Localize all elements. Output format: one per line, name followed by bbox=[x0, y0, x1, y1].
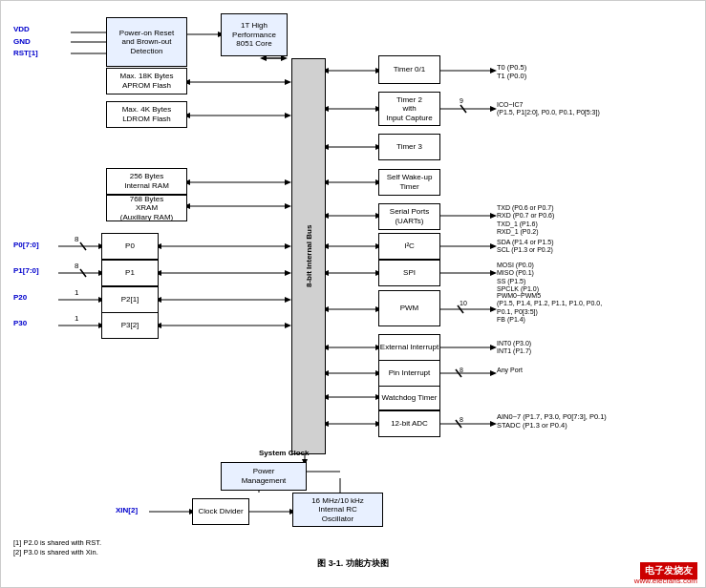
footnote2: [2] P3.0 is shared with Xin. bbox=[13, 548, 98, 556]
pinint-num-label: 8 bbox=[460, 367, 463, 374]
adc-out-label: AIN0~7 (P1.7, P3.0, P0[7:3], P0.1)STADC … bbox=[497, 412, 700, 430]
svg-marker-98 bbox=[490, 421, 497, 427]
p3-block: P3[2] bbox=[101, 312, 159, 339]
svg-line-82 bbox=[460, 105, 466, 113]
svg-line-25 bbox=[80, 242, 86, 250]
timer01-out-label: T0 (P0.5)T1 (P0.0) bbox=[497, 63, 526, 80]
page: VDD GND RST[1] Power-on Resetand Brown-o… bbox=[0, 0, 706, 588]
bus-block: 8-bit Internal Bus bbox=[291, 58, 326, 454]
pinint-block: Pin Interrupt bbox=[378, 360, 440, 387]
serial-block: Serial Ports(UARTs) bbox=[378, 203, 440, 230]
p1-width-label: 8 bbox=[75, 262, 78, 271]
p20-label: P20 bbox=[13, 293, 27, 303]
extint-block: External Interrupt bbox=[378, 334, 440, 361]
selfwakeup-block: Self Wake-upTimer bbox=[378, 169, 440, 196]
rst-label: RST[1] bbox=[13, 49, 38, 58]
svg-marker-81 bbox=[490, 106, 497, 112]
svg-marker-90 bbox=[490, 306, 497, 312]
svg-marker-95 bbox=[490, 370, 497, 376]
clock-divider-block: Clock Divider bbox=[192, 498, 249, 525]
pwm-block: PWM bbox=[378, 290, 440, 326]
power-mgmt-block: PowerManagement bbox=[221, 462, 307, 491]
svg-marker-86 bbox=[490, 243, 497, 249]
timer2-block: Timer 2withInput Capture bbox=[378, 92, 440, 126]
p0-bus-label: P0[7:0] bbox=[13, 241, 39, 250]
watchdog-block: Watchdog Timer bbox=[378, 386, 440, 410]
svg-marker-21 bbox=[285, 243, 291, 249]
p30-width-label: 1 bbox=[75, 314, 78, 324]
svg-marker-93 bbox=[490, 345, 497, 350]
power-reset-block: Power-on Resetand Brown-outDetection bbox=[106, 17, 187, 67]
p1-bus-label: P1[7:0] bbox=[13, 266, 39, 276]
p2-block: P2[1] bbox=[101, 286, 159, 313]
p20-width-label: 1 bbox=[75, 288, 78, 298]
svg-marker-15 bbox=[285, 179, 291, 185]
svg-marker-12 bbox=[285, 113, 291, 118]
diagram-area: VDD GND RST[1] Power-on Resetand Brown-o… bbox=[6, 6, 700, 558]
i2c-block: I²C bbox=[378, 233, 440, 260]
extint-out-label: INT0 (P3.0)INT1 (P1.7) bbox=[497, 340, 688, 356]
timer2-out-label: ICO~IC7(P1.5, P1[2:0], P0.0, P0.1, P0[5:… bbox=[497, 101, 700, 117]
svg-marker-38 bbox=[285, 323, 291, 328]
serial-out-label: TXD (P0.6 or P0.7)RXD (P0.7 or P0.6)TXD_… bbox=[497, 204, 700, 237]
spi-out-label: MOSI (P0.0)MISO (P0.1)SS (P1.5)SPCLK (P1… bbox=[497, 262, 700, 294]
xram-block: 768 BytesXRAM(Auxiliary RAM) bbox=[106, 195, 187, 221]
footnote1: [1] P2.0 is shared with RST. bbox=[13, 538, 101, 547]
core-block: 1T HighPerformance8051 Core bbox=[221, 13, 288, 56]
svg-marker-27 bbox=[285, 270, 291, 276]
pwm-out-label: PWM0~PWM5(P1.5, P1.4, P1.2, P1.1, P1.0, … bbox=[497, 292, 700, 325]
svg-marker-9 bbox=[285, 79, 291, 85]
svg-marker-84 bbox=[490, 213, 497, 219]
i2c-out-label: SDA (P1.4 or P1.5)SCL (P1.3 or P0.2) bbox=[497, 239, 700, 255]
pwm-num-label: 10 bbox=[460, 300, 467, 307]
p30-label: P30 bbox=[13, 319, 27, 328]
osc-block: 16 MHz/10 kHzInternal RCOscillator bbox=[292, 493, 383, 527]
svg-marker-88 bbox=[490, 270, 497, 276]
svg-line-31 bbox=[80, 269, 86, 277]
ldrom-block: Max. 4K BytesLDROM Flash bbox=[106, 101, 187, 128]
vdd-label: VDD bbox=[13, 25, 30, 34]
system-clock-label: System Clock bbox=[259, 449, 309, 458]
gnd-label: GND bbox=[13, 37, 31, 47]
p1-block: P1 bbox=[101, 260, 159, 286]
svg-marker-33 bbox=[285, 297, 291, 303]
timer2-num-label: 9 bbox=[460, 97, 463, 105]
watermark-url: www.elecfans.com bbox=[634, 577, 697, 585]
adc-num-label: 8 bbox=[460, 416, 463, 424]
timer01-block: Timer 0/1 bbox=[378, 55, 440, 84]
timer3-block: Timer 3 bbox=[378, 134, 440, 160]
spi-block: SPI bbox=[378, 260, 440, 286]
p0-block: P0 bbox=[101, 233, 159, 260]
adc-block: 12-bit ADC bbox=[378, 410, 440, 437]
aprom-block: Max. 18K BytesAPROM Flash bbox=[106, 68, 187, 94]
svg-marker-18 bbox=[285, 203, 291, 209]
xin-label: XIN[2] bbox=[116, 506, 138, 515]
p0-width-label: 8 bbox=[75, 235, 78, 244]
pinint-out-label: Any Port bbox=[497, 367, 523, 374]
ram256-block: 256 BytesInternal RAM bbox=[106, 168, 187, 195]
figure-caption: 图 3-1. 功能方块图 bbox=[317, 557, 389, 570]
svg-marker-79 bbox=[490, 68, 497, 74]
